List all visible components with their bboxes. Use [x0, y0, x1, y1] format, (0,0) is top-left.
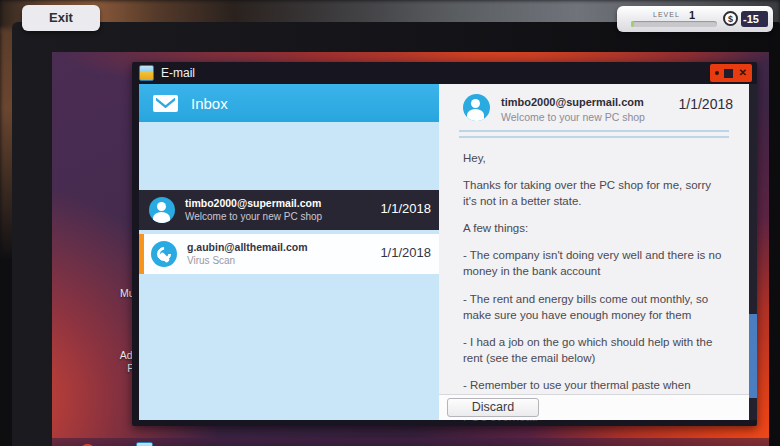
scrollbar-thumb[interactable]: [749, 314, 757, 398]
game-viewport: @ E-mail Shop ♫ Music Player Add/Remove …: [0, 0, 780, 446]
in-game-desktop: @ E-mail Shop ♫ Music Player Add/Remove …: [52, 52, 769, 446]
body-paragraph: Hey,: [463, 150, 727, 166]
person-icon: [149, 197, 175, 223]
monitor-bezel: @ E-mail Shop ♫ Music Player Add/Remove …: [12, 22, 780, 446]
currency-coin-icon: $: [723, 11, 738, 26]
money-balance: -15: [741, 11, 768, 27]
reading-date: 1/1/2018: [679, 96, 734, 112]
email-envelope-icon: [136, 442, 153, 446]
inbox-envelope-icon: [153, 95, 178, 112]
inbox-header: Inbox: [139, 84, 439, 122]
window-controls: ✕: [710, 64, 752, 82]
email-window-titlebar[interactable]: E-mail ✕: [132, 62, 757, 84]
window-title: E-mail: [161, 66, 195, 80]
inbox-title: Inbox: [191, 95, 228, 112]
email-envelope-icon: [139, 65, 154, 81]
close-icon[interactable]: ✕: [738, 68, 746, 78]
xp-progress-fill: [631, 21, 634, 27]
reading-footer: Discard: [439, 394, 749, 420]
person-icon: [463, 94, 490, 121]
minimize-icon[interactable]: [715, 71, 719, 75]
body-paragraph: Thanks for taking over the PC shop for m…: [463, 177, 727, 209]
message-list-item[interactable]: g.aubin@allthemail.com Virus Scan 1/1/20…: [139, 234, 439, 274]
discard-button[interactable]: Discard: [447, 398, 539, 417]
exit-button[interactable]: Exit: [22, 5, 100, 31]
xp-progress-bar: [631, 21, 717, 27]
email-window: E-mail ✕ Inbox timbo2000@sup: [132, 62, 757, 426]
message-date: 1/1/2018: [380, 201, 431, 216]
level-label: LEVEL: [653, 11, 680, 18]
scrollbar-track[interactable]: [749, 84, 757, 420]
level-value: 1: [689, 9, 695, 21]
body-paragraph: - I had a job on the go which should hel…: [463, 334, 727, 366]
taskbar-item-email[interactable]: E-mail: [136, 442, 189, 446]
message-subject: Welcome to your new PC shop: [185, 211, 322, 222]
body-paragraph: - The company isn't doing very well and …: [463, 247, 727, 279]
level-panel: LEVEL 1 $ -15: [617, 6, 773, 32]
message-from: g.aubin@allthemail.com: [187, 241, 308, 253]
message-subject: Virus Scan: [187, 255, 235, 266]
header-divider: [459, 130, 729, 138]
message-list-item-selected[interactable]: timbo2000@supermail.com Welcome to your …: [139, 190, 439, 230]
wrench-icon: [151, 241, 177, 267]
message-from: timbo2000@supermail.com: [185, 197, 321, 209]
reading-pane: timbo2000@supermail.com Welcome to your …: [439, 84, 749, 420]
maximize-icon[interactable]: [724, 69, 733, 78]
inbox-pane: Inbox timbo2000@supermail.com Welcome to…: [139, 84, 439, 420]
reading-subject: Welcome to your new PC shop: [501, 111, 645, 123]
body-paragraph: - The rent and energy bills come out mon…: [463, 291, 727, 323]
taskbar: Ωs E-mail 12:34 PM: [52, 438, 769, 446]
message-date: 1/1/2018: [380, 245, 431, 260]
body-paragraph: A few things:: [463, 220, 727, 236]
reading-header: timbo2000@supermail.com Welcome to your …: [439, 84, 749, 128]
os-logo-icon[interactable]: Ωs: [80, 440, 100, 446]
reading-from: timbo2000@supermail.com: [501, 96, 644, 108]
